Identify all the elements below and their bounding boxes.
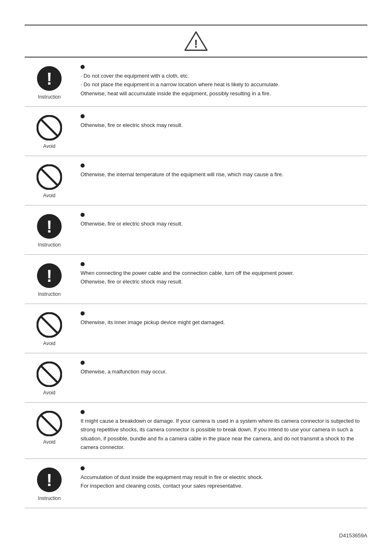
content-col: Accumulation of dust inside the equipmen…: [74, 465, 367, 491]
bullet-point: [81, 466, 85, 470]
icon-label: Instruction: [38, 291, 60, 297]
bullet-point: [81, 262, 85, 266]
bullet-point: [81, 361, 85, 365]
svg-line-17: [41, 415, 58, 432]
icon-col: ! Instruction: [25, 212, 74, 248]
icon-col: Avoid: [25, 163, 74, 198]
avoid-icon: [37, 362, 62, 388]
icon-label: Instruction: [38, 242, 60, 248]
entries-container: ! Instruction· Do not cover the equipmen…: [25, 58, 367, 508]
list-item: AvoidOtherwise, a malfunction may occur.: [25, 353, 367, 403]
avoid-icon: [37, 164, 62, 191]
footer-code: D4153659A: [339, 532, 367, 539]
content-line: · Do not cover the equipment with a clot…: [81, 71, 363, 80]
content-line: It might cause a breakdown or damage. If…: [81, 417, 363, 452]
warning-triangle-icon: !: [184, 30, 208, 52]
page: ! ! Instruction· Do not cover the equipm…: [0, 0, 392, 555]
svg-text:!: !: [46, 266, 52, 286]
instruction-icon: !: [37, 263, 62, 290]
list-item: AvoidOtherwise, its inner image pickup d…: [25, 304, 367, 353]
content-col: Otherwise, the internal temperature of t…: [74, 163, 367, 179]
bullet-point: [81, 65, 85, 69]
svg-line-15: [41, 366, 58, 382]
content-col: Otherwise, a malfunction may occur.: [74, 360, 367, 376]
content-line: · Do not place the equipment in a narrow…: [81, 80, 363, 89]
icon-label: Avoid: [43, 193, 55, 198]
bullet-point: [81, 410, 85, 414]
icon-col: ! Instruction: [25, 64, 74, 100]
svg-text:!: !: [194, 38, 198, 50]
icon-col: ! Instruction: [25, 465, 74, 501]
list-item: AvoidOtherwise, fire or electric shock m…: [25, 107, 367, 156]
warning-header: !: [25, 25, 367, 58]
content-col: It might cause a breakdown or damage. If…: [74, 409, 367, 452]
icon-col: Avoid: [25, 113, 74, 149]
list-item: ! InstructionWhen connecting the power c…: [25, 255, 367, 304]
svg-line-5: [41, 120, 58, 136]
content-line: Otherwise, its inner image pickup device…: [81, 318, 363, 327]
icon-col: ! Instruction: [25, 261, 74, 297]
content-line: For inspection and cleaning costs, conta…: [81, 481, 363, 490]
content-line: Accumulation of dust inside the equipmen…: [81, 473, 363, 481]
icon-label: Instruction: [38, 94, 60, 100]
content-col: Otherwise, fire or electric shock may re…: [74, 212, 367, 228]
content-col: · Do not cover the equipment with a clot…: [74, 64, 367, 98]
bullet-point: [81, 311, 85, 315]
content-line: Otherwise, fire or electric shock may re…: [81, 121, 363, 129]
svg-text:!: !: [46, 470, 52, 490]
bullet-point: [81, 114, 85, 118]
content-line: Otherwise, the internal temperature of t…: [81, 170, 363, 179]
svg-line-7: [41, 169, 58, 185]
instruction-icon: !: [37, 214, 62, 240]
icon-label: Avoid: [43, 143, 55, 149]
list-item: ! InstructionOtherwise, fire or electric…: [25, 205, 367, 255]
avoid-icon: [37, 312, 62, 339]
icon-label: Avoid: [43, 390, 55, 396]
content-line: Otherwise, a malfunction may occur.: [81, 367, 363, 376]
list-item: AvoidIt might cause a breakdown or damag…: [25, 403, 367, 459]
bullet-point: [81, 164, 85, 168]
content-col: Otherwise, fire or electric shock may re…: [74, 113, 367, 129]
content-col: Otherwise, its inner image pickup device…: [74, 311, 367, 327]
content-line: Otherwise, fire or electric shock may re…: [81, 277, 363, 286]
icon-label: Avoid: [43, 341, 55, 346]
list-item: ! Instruction· Do not cover the equipmen…: [25, 58, 367, 107]
icon-col: Avoid: [25, 311, 74, 346]
icon-label: Avoid: [43, 439, 55, 445]
content-line: When connecting the power cable and the …: [81, 269, 363, 277]
content-col: When connecting the power cable and the …: [74, 261, 367, 286]
avoid-icon: [37, 411, 62, 438]
list-item: ! InstructionAccumulation of dust inside…: [25, 459, 367, 508]
content-line: Otherwise, fire or electric shock may re…: [81, 219, 363, 228]
svg-line-13: [41, 317, 58, 333]
svg-text:!: !: [46, 69, 52, 88]
content-line: Otherwise, heat will accumulate inside t…: [81, 89, 363, 98]
instruction-icon: !: [37, 66, 62, 92]
instruction-icon: !: [37, 467, 62, 494]
icon-label: Instruction: [38, 495, 60, 501]
list-item: AvoidOtherwise, the internal temperature…: [25, 156, 367, 205]
icon-col: Avoid: [25, 409, 74, 445]
avoid-icon: [37, 115, 62, 142]
svg-text:!: !: [46, 217, 52, 236]
icon-col: Avoid: [25, 360, 74, 396]
bullet-point: [81, 213, 85, 217]
